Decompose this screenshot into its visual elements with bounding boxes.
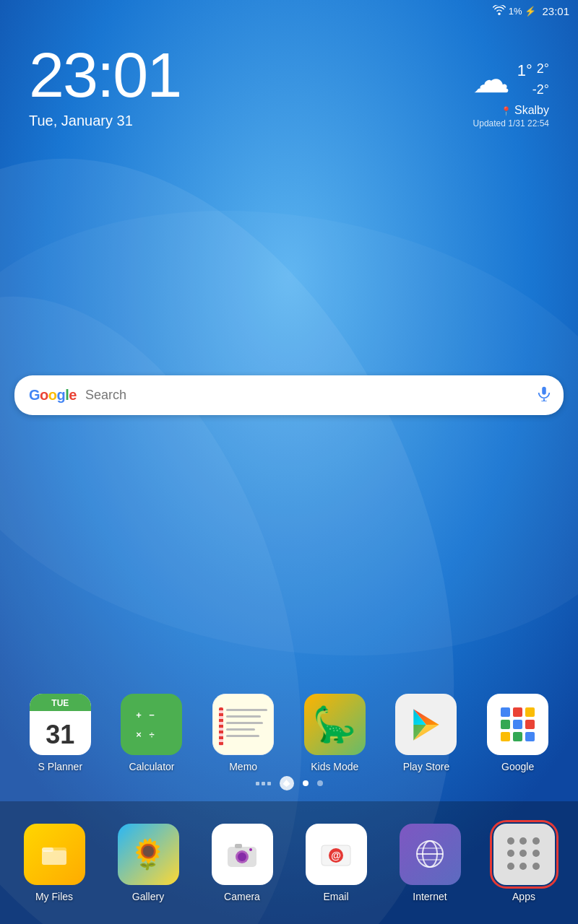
weather-high-temp: 1° (517, 61, 532, 82)
app-apps[interactable]: Apps (484, 824, 564, 902)
svg-rect-9 (42, 847, 53, 852)
app-internet-label: Internet (413, 891, 447, 902)
my-files-icon (38, 837, 71, 871)
charging-icon: ⚡ (525, 6, 536, 17)
svg-rect-13 (235, 844, 242, 848)
app-kids-mode[interactable]: 🦕 Kids Mode (295, 694, 374, 772)
app-calculator[interactable]: +− ×÷ Calculator (112, 694, 191, 772)
camera-icon (223, 835, 261, 873)
search-bar-container[interactable]: Google (14, 375, 564, 415)
google-logo: Google (29, 387, 77, 404)
svg-point-1 (0, 71, 564, 924)
app-google[interactable]: Google (478, 694, 558, 772)
app-google-label: Google (501, 761, 534, 772)
app-splanner-label: S Planner (38, 761, 82, 772)
clock-widget: 23:01 Tue, January 31 (29, 43, 181, 129)
location-pin-icon: 📍 (501, 106, 512, 116)
app-kids-mode-label: Kids Mode (311, 761, 358, 772)
app-email-label: Email (323, 891, 348, 902)
email-icon: @ (317, 835, 355, 873)
mic-icon[interactable] (536, 385, 552, 406)
app-email[interactable]: @ Email (296, 824, 376, 902)
svg-point-12 (238, 853, 246, 861)
app-internet[interactable]: Internet (390, 824, 470, 902)
app-memo-label: Memo (229, 761, 257, 772)
taskbar: My Files 🌻 Gallery Camera @ (0, 801, 578, 924)
google-search-bar[interactable]: Google (14, 375, 564, 415)
page-indicators (0, 776, 578, 790)
app-play-store-label: Play Store (403, 761, 450, 772)
svg-point-14 (249, 848, 252, 851)
main-app-row: TUE 31 S Planner +− ×÷ Calculator (0, 694, 578, 772)
app-gallery[interactable]: 🌻 Gallery (108, 824, 188, 902)
app-gallery-label: Gallery (132, 891, 164, 902)
battery-percent: 1% (509, 6, 522, 17)
splanner-day: TUE (30, 694, 91, 711)
clock-time: 23:01 (29, 43, 181, 107)
weather-low-temp: 2° (537, 61, 549, 82)
app-play-store[interactable]: Play Store (387, 694, 466, 772)
weather-updated: Updated 1/31 22:54 (473, 118, 549, 128)
weather-location: 📍 Skalby (473, 104, 549, 117)
svg-point-3 (0, 157, 578, 710)
app-camera-label: Camera (224, 891, 260, 902)
weather-low2-temp: -2° (532, 82, 549, 97)
page-indicator-dot-active (303, 780, 309, 786)
svg-rect-8 (42, 850, 66, 865)
status-bar: 1% ⚡ 23:01 (0, 0, 578, 22)
internet-icon (411, 835, 449, 873)
page-indicator-lines (256, 782, 271, 785)
gallery-icon: 🌻 (130, 837, 166, 871)
search-input[interactable] (85, 388, 536, 403)
app-memo[interactable]: Memo (204, 694, 283, 772)
page-indicator-home (280, 776, 294, 790)
weather-widget[interactable]: ☁ 1° 2° -2° 📍 Skalby Updated 1/31 22:54 (473, 58, 549, 128)
svg-text:@: @ (331, 850, 341, 861)
wifi-icon (493, 5, 506, 17)
weather-cloud-icon: ☁ (473, 58, 510, 101)
app-apps-label: Apps (512, 891, 535, 902)
app-splanner[interactable]: TUE 31 S Planner (20, 694, 100, 772)
play-store-icon (407, 706, 445, 744)
app-my-files[interactable]: My Files (14, 824, 94, 902)
app-camera[interactable]: Camera (202, 824, 282, 902)
app-calculator-label: Calculator (129, 761, 174, 772)
clock-date: Tue, January 31 (29, 113, 181, 129)
page-indicator-dot-inactive (317, 780, 323, 786)
app-my-files-label: My Files (35, 891, 73, 902)
splanner-date: 31 (46, 714, 74, 755)
status-time: 23:01 (542, 5, 569, 17)
